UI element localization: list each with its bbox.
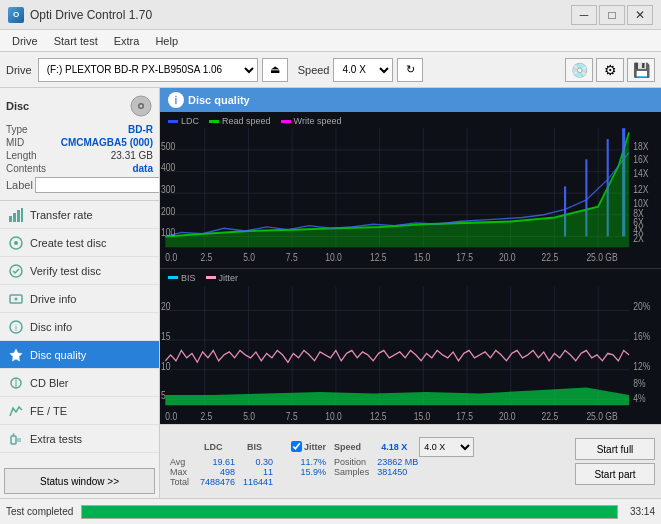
sidebar: Disc Type BD-R MID CMCMAGBA5 (000) Lengt… [0, 88, 160, 498]
drive-select[interactable]: (F:) PLEXTOR BD-R PX-LB950SA 1.06 [38, 58, 258, 82]
bis-header: BIS [239, 437, 277, 457]
menu-start-test[interactable]: Start test [46, 33, 106, 49]
label-input[interactable] [35, 177, 160, 193]
sidebar-item-cd-bler[interactable]: CD Bler [0, 369, 159, 397]
bis-label: BIS [181, 273, 196, 283]
menu-drive[interactable]: Drive [4, 33, 46, 49]
menu-help[interactable]: Help [147, 33, 186, 49]
svg-text:500: 500 [161, 140, 176, 152]
svg-text:5.0: 5.0 [243, 251, 255, 263]
close-button[interactable]: ✕ [627, 5, 653, 25]
drive-info-icon [8, 291, 24, 307]
start-part-button[interactable]: Start part [575, 463, 655, 485]
status-window-button[interactable]: Status window >> [4, 468, 155, 494]
sidebar-item-create-test-disc[interactable]: Create test disc [0, 229, 159, 257]
toolbar: Drive (F:) PLEXTOR BD-R PX-LB950SA 1.06 … [0, 52, 661, 88]
svg-text:0.0: 0.0 [165, 251, 177, 263]
menu-bar: Drive Start test Extra Help [0, 30, 661, 52]
settings-button[interactable]: ⚙ [596, 58, 624, 82]
total-bis: 116441 [239, 477, 277, 487]
start-buttons: Start full Start part [575, 438, 655, 485]
svg-rect-6 [21, 208, 23, 222]
svg-text:7.5: 7.5 [286, 251, 298, 263]
extra-tests-label: Extra tests [30, 433, 82, 445]
svg-text:4%: 4% [633, 391, 645, 404]
samples-label: Samples [330, 467, 373, 477]
svg-text:18X: 18X [633, 140, 649, 152]
sidebar-item-disc-info[interactable]: i Disc info [0, 313, 159, 341]
read-legend: Read speed [209, 116, 271, 126]
svg-rect-5 [17, 210, 20, 222]
jitter-checkbox-label[interactable]: Jitter [291, 441, 326, 452]
svg-text:12.5: 12.5 [370, 409, 387, 422]
minimize-button[interactable]: ─ [571, 5, 597, 25]
svg-point-8 [14, 241, 18, 245]
menu-extra[interactable]: Extra [106, 33, 148, 49]
svg-text:16%: 16% [633, 329, 650, 342]
eject-button[interactable]: ⏏ [262, 58, 288, 82]
type-value: BD-R [128, 124, 153, 135]
maximize-button[interactable]: □ [599, 5, 625, 25]
speed-col-header: Speed [330, 437, 373, 457]
avg-jitter: 11.7% [287, 457, 330, 467]
transfer-rate-icon [8, 207, 24, 223]
refresh-button[interactable]: ↻ [397, 58, 423, 82]
length-value: 23.31 GB [111, 150, 153, 161]
jitter-label-text: Jitter [304, 442, 326, 452]
disc-quality-icon [8, 347, 24, 363]
cd-bler-label: CD Bler [30, 377, 69, 389]
title-bar-left: O Opti Drive Control 1.70 [8, 7, 152, 23]
max-label: Max [166, 467, 196, 477]
svg-text:15.0: 15.0 [414, 251, 431, 263]
fe-te-label: FE / TE [30, 405, 67, 417]
svg-text:5.0: 5.0 [243, 409, 255, 422]
disc-contents-row: Contents data [6, 163, 153, 174]
status-text: Test completed [6, 506, 73, 517]
upper-chart: LDC Read speed Write speed [160, 112, 661, 269]
read-label: Read speed [222, 116, 271, 126]
write-dot [281, 120, 291, 123]
drive-label: Drive [6, 64, 32, 76]
disc-header: Disc [6, 94, 153, 118]
cd-bler-icon [8, 375, 24, 391]
progress-bar-fill [82, 506, 617, 518]
sidebar-item-fe-te[interactable]: FE / TE [0, 397, 159, 425]
verify-test-disc-icon [8, 263, 24, 279]
start-full-button[interactable]: Start full [575, 438, 655, 460]
app-icon: O [8, 7, 24, 23]
save-button[interactable]: 💾 [627, 58, 655, 82]
disc-panel: Disc Type BD-R MID CMCMAGBA5 (000) Lengt… [0, 88, 159, 201]
svg-rect-17 [11, 436, 16, 444]
jitter-checkbox[interactable] [291, 441, 302, 452]
speed-select-cell[interactable]: 4.0 X [415, 437, 478, 457]
contents-label: Contents [6, 163, 46, 174]
chart-title: Disc quality [188, 94, 250, 106]
speed-select[interactable]: 4.0 X [333, 58, 393, 82]
sidebar-item-disc-quality[interactable]: Disc quality [0, 341, 159, 369]
svg-text:22.5: 22.5 [542, 409, 559, 422]
ldc-legend: LDC [168, 116, 199, 126]
disc-length-row: Length 23.31 GB [6, 150, 153, 161]
max-jitter: 15.9% [287, 467, 330, 477]
avg-label: Avg [166, 457, 196, 467]
svg-text:25.0 GB: 25.0 GB [586, 409, 617, 422]
sidebar-item-transfer-rate[interactable]: Transfer rate [0, 201, 159, 229]
svg-text:100: 100 [161, 226, 176, 238]
sidebar-item-verify-test-disc[interactable]: Verify test disc [0, 257, 159, 285]
position-label: Position [330, 457, 373, 467]
ldc-label: LDC [181, 116, 199, 126]
speed-select-stats[interactable]: 4.0 X [419, 437, 474, 457]
svg-text:22.5: 22.5 [542, 251, 559, 263]
type-label: Type [6, 124, 28, 135]
avg-ldc: 19.61 [196, 457, 239, 467]
transfer-rate-label: Transfer rate [30, 209, 93, 221]
content-area: i Disc quality LDC Read speed [160, 88, 661, 498]
sidebar-item-extra-tests[interactable]: Extra tests [0, 425, 159, 453]
svg-text:0.0: 0.0 [165, 409, 177, 422]
samples-val: 381450 [373, 467, 478, 477]
sidebar-item-drive-info[interactable]: Drive info [0, 285, 159, 313]
disc-button[interactable]: 💿 [565, 58, 593, 82]
total-label: Total [166, 477, 196, 487]
disc-label-row: Label ✎ [6, 176, 153, 194]
svg-text:2.5: 2.5 [201, 409, 213, 422]
